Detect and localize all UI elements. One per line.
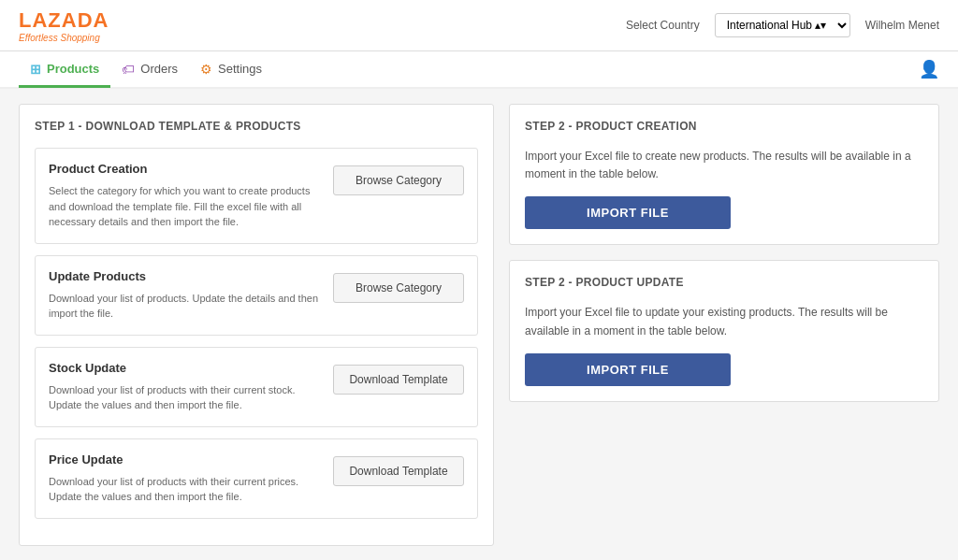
- download-template-button-1[interactable]: Download Template: [333, 365, 464, 395]
- right-card-creation-desc: Import your Excel file to create new pro…: [525, 148, 923, 183]
- import-file-button-2[interactable]: IMPORT FILE: [525, 353, 731, 386]
- right-column: STEP 2 - PRODUCT CREATION Import your Ex…: [509, 104, 939, 546]
- product-creation-text: Product Creation Select the category for…: [49, 162, 322, 230]
- settings-icon: ⚙: [200, 62, 212, 77]
- product-creation-heading: Product Creation: [49, 162, 322, 176]
- orders-icon: 🏷: [122, 62, 135, 77]
- header: LAZADA Effortless Shopping Select Countr…: [0, 0, 958, 51]
- price-update-text: Price Update Download your list of produ…: [49, 452, 322, 505]
- user-profile-icon[interactable]: 👤: [919, 59, 939, 79]
- download-template-button-2[interactable]: Download Template: [333, 456, 464, 486]
- nav-label-orders: Orders: [140, 62, 178, 76]
- price-update-section: Price Update Download your list of produ…: [35, 438, 478, 519]
- product-creation-section: Product Creation Select the category for…: [35, 148, 478, 244]
- nav: ⊞ Products 🏷 Orders ⚙ Settings 👤: [0, 51, 958, 89]
- nav-item-products[interactable]: ⊞ Products: [19, 52, 110, 88]
- import-file-button-1[interactable]: IMPORT FILE: [525, 196, 731, 229]
- nav-label-settings: Settings: [218, 62, 262, 76]
- stock-update-heading: Stock Update: [49, 361, 322, 375]
- header-right: Select Country International Hub ▴▾ Wilh…: [626, 13, 939, 37]
- logo: LAZADA Effortless Shopping: [19, 8, 109, 43]
- update-products-text: Update Products Download your list of pr…: [49, 269, 322, 322]
- stock-update-desc: Download your list of products with thei…: [49, 382, 322, 413]
- logo-main: LAZADA: [19, 8, 109, 33]
- right-card-update-desc: Import your Excel file to update your ex…: [525, 304, 923, 339]
- right-card-product-update: STEP 2 - PRODUCT UPDATE Import your Exce…: [509, 260, 939, 401]
- nav-item-orders[interactable]: 🏷 Orders: [110, 52, 189, 88]
- browse-category-button-2[interactable]: Browse Category: [333, 273, 464, 303]
- nav-item-settings[interactable]: ⚙ Settings: [189, 52, 273, 88]
- country-select[interactable]: International Hub ▴▾: [715, 13, 850, 37]
- main-content: STEP 1 - DOWNLOAD TEMPLATE & PRODUCTS Pr…: [0, 89, 958, 560]
- nav-label-products: Products: [47, 62, 99, 76]
- update-products-heading: Update Products: [49, 269, 322, 283]
- browse-category-button-1[interactable]: Browse Category: [333, 165, 464, 195]
- select-country-label: Select Country: [626, 19, 700, 32]
- step2-update-title: STEP 2 - PRODUCT UPDATE: [525, 276, 923, 289]
- stock-update-text: Stock Update Download your list of produ…: [49, 361, 322, 413]
- products-icon: ⊞: [30, 62, 41, 77]
- logo-sub: Effortless Shopping: [19, 33, 109, 43]
- stock-update-section: Stock Update Download your list of produ…: [35, 347, 478, 427]
- right-card-product-creation: STEP 2 - PRODUCT CREATION Import your Ex…: [509, 104, 939, 245]
- update-products-section: Update Products Download your list of pr…: [35, 255, 478, 336]
- price-update-heading: Price Update: [49, 452, 322, 467]
- product-creation-desc: Select the category for which you want t…: [49, 183, 322, 230]
- left-column: STEP 1 - DOWNLOAD TEMPLATE & PRODUCTS Pr…: [19, 104, 494, 546]
- step1-title: STEP 1 - DOWNLOAD TEMPLATE & PRODUCTS: [35, 120, 478, 133]
- step2-creation-title: STEP 2 - PRODUCT CREATION: [525, 120, 923, 133]
- price-update-desc: Download your list of products with thei…: [49, 474, 322, 505]
- user-name: Wilhelm Menet: [865, 19, 939, 32]
- update-products-desc: Download your list of products. Update t…: [49, 291, 322, 322]
